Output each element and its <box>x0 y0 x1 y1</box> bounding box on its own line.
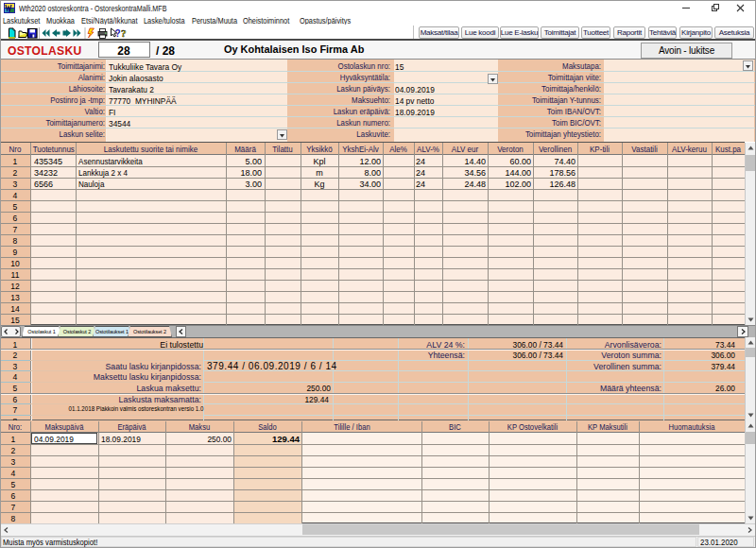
svg-text:?: ? <box>115 28 121 39</box>
svg-text:?: ? <box>121 27 127 39</box>
